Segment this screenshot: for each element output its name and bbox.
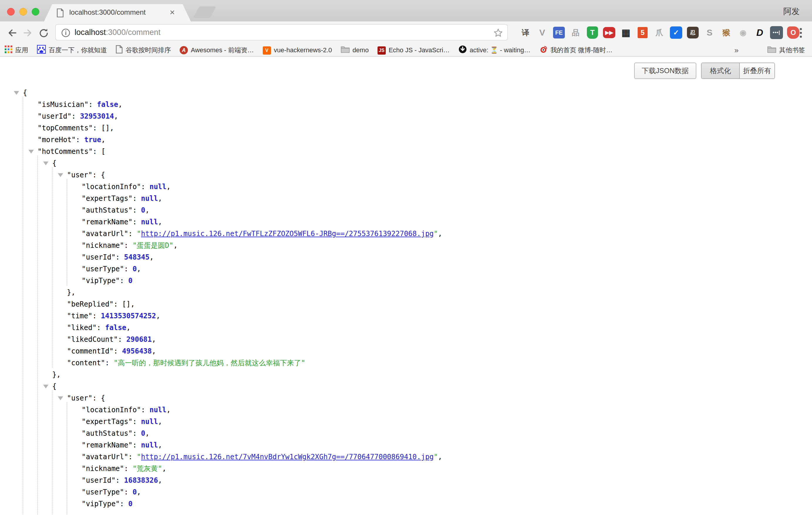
collapse-arrow[interactable] bbox=[43, 162, 49, 165]
bookmark-item[interactable]: 应用 bbox=[5, 46, 28, 55]
json-punctuation: { bbox=[52, 159, 56, 167]
tab-title: localhost:3000/comment bbox=[69, 8, 146, 17]
bookmark-label: 应用 bbox=[15, 46, 28, 55]
json-value: null bbox=[149, 406, 167, 414]
bookmark-label: 我的首页 微博-随时… bbox=[550, 46, 612, 55]
extension-translate-icon[interactable]: 译 bbox=[519, 26, 532, 39]
bookmarks-overflow-chevron[interactable]: » bbox=[734, 46, 738, 55]
collapse-arrow[interactable] bbox=[58, 173, 63, 177]
extension-sitemap-icon[interactable]: 品 bbox=[569, 26, 582, 39]
json-key: "liked" bbox=[67, 323, 96, 332]
maximize-window-button[interactable] bbox=[32, 8, 39, 16]
json-punctuation: : [ bbox=[93, 147, 106, 155]
bookmark-item[interactable]: 谷歌按时间排序 bbox=[116, 45, 171, 55]
traffic-lights bbox=[7, 8, 39, 16]
json-punctuation: , bbox=[126, 323, 130, 332]
forward-button[interactable] bbox=[22, 28, 33, 39]
other-bookmarks-label: 其他书签 bbox=[779, 46, 805, 55]
json-key: "userId" bbox=[37, 112, 71, 120]
collapse-arrow[interactable] bbox=[28, 150, 34, 153]
json-value: 0 bbox=[128, 277, 133, 285]
new-tab-button[interactable] bbox=[193, 6, 216, 18]
extension-vue-devtools-icon[interactable]: V bbox=[536, 26, 549, 39]
extension-monkey-icon[interactable]: 猴 bbox=[720, 26, 733, 39]
bookmark-item[interactable]: JSEcho JS - JavaScri… bbox=[378, 46, 450, 55]
json-line: "hotComments": [ bbox=[0, 146, 812, 158]
json-key: "authStatus" bbox=[82, 429, 133, 437]
bookmark-item[interactable]: Vvue-hackernews-2.0 bbox=[263, 46, 332, 55]
tab-close-icon[interactable]: × bbox=[170, 7, 175, 17]
json-string: " bbox=[137, 230, 141, 238]
json-punctuation: : bbox=[105, 359, 114, 367]
json-line: "authStatus": 0, bbox=[0, 204, 812, 216]
collapse-arrow[interactable] bbox=[14, 91, 19, 95]
collapse-arrow[interactable] bbox=[58, 396, 63, 400]
bookmark-star-icon[interactable] bbox=[493, 28, 503, 39]
json-punctuation: { bbox=[23, 89, 27, 97]
json-key: "locationInfo" bbox=[82, 406, 141, 414]
extension-todo-check-icon[interactable]: ✓ bbox=[670, 26, 683, 39]
info-icon[interactable] bbox=[61, 28, 70, 39]
collapse-all-button[interactable]: 折叠所有 bbox=[740, 63, 775, 78]
json-punctuation: , bbox=[114, 112, 118, 120]
bookmark-item[interactable]: demo bbox=[341, 46, 369, 55]
menu-icon[interactable] bbox=[795, 27, 806, 40]
address-bar[interactable]: localhost:3000/comment bbox=[55, 24, 508, 40]
json-line: "vipType": 0 bbox=[0, 498, 812, 510]
avatar-url-link[interactable]: http://p1.music.126.net/7vM4nvBdrYw1cWgk… bbox=[141, 453, 434, 461]
bookmark-item[interactable]: AAwesomes - 前端资… bbox=[180, 46, 254, 55]
extension-weibo-gray-icon[interactable]: ◉ bbox=[736, 26, 750, 39]
page-favicon-icon bbox=[56, 8, 64, 19]
extension-fast-forward-icon[interactable]: ▶▶ bbox=[603, 26, 616, 39]
browser-tab[interactable]: localhost:3000/comment × bbox=[44, 4, 191, 22]
extension-t-shield-icon[interactable]: T bbox=[586, 26, 599, 39]
json-line: "userType": 0, bbox=[0, 263, 812, 275]
download-json-button[interactable]: 下载JSON数据 bbox=[634, 62, 696, 79]
json-tree: {"isMusician": false,"userId": 32953014,… bbox=[0, 87, 812, 515]
json-key: "topComments" bbox=[37, 124, 93, 132]
json-punctuation: : bbox=[120, 277, 128, 285]
profile-name[interactable]: 阿发 bbox=[783, 6, 800, 17]
json-value: 4956438 bbox=[122, 347, 152, 355]
json-punctuation: : bbox=[133, 441, 141, 449]
bookmark-item[interactable]: 百度一下，你就知道 bbox=[37, 45, 107, 56]
reload-button[interactable] bbox=[38, 28, 49, 40]
extension-icons: 译VFE品T▶▶▦5爪✓忍S猴◉D•••|O bbox=[519, 26, 800, 39]
json-punctuation: : [], bbox=[114, 300, 135, 308]
json-key: "authStatus" bbox=[82, 206, 133, 214]
extension-d-tool-icon[interactable]: D bbox=[753, 26, 766, 39]
json-string: "荒灰黄" bbox=[133, 464, 162, 473]
json-punctuation: , bbox=[149, 253, 153, 261]
avatar-url-link[interactable]: http://p1.music.126.net/FwTFLzZFZOZO5WFL… bbox=[141, 230, 434, 238]
extension-paw-icon[interactable]: 爪 bbox=[653, 26, 666, 39]
json-line: "avatarUrl": "http://p1.music.126.net/Fw… bbox=[0, 228, 812, 239]
bookmark-item[interactable]: 我的首页 微博-随时… bbox=[539, 45, 612, 55]
collapse-arrow[interactable] bbox=[43, 384, 49, 389]
json-line: "likedCount": 290681, bbox=[0, 334, 812, 345]
browser-toolbar: localhost:3000/comment 译VFE品T▶▶▦5爪✓忍S猴◉D… bbox=[0, 22, 812, 44]
json-line: "vipType": 0 bbox=[0, 275, 812, 287]
extension-fe-icon[interactable]: FE bbox=[552, 26, 566, 39]
close-window-button[interactable] bbox=[7, 8, 15, 16]
extension-html5-player-icon[interactable]: 5 bbox=[636, 26, 649, 39]
json-string: " bbox=[434, 453, 438, 461]
extension-ninja-icon[interactable]: 忍 bbox=[686, 26, 699, 39]
extension-qr-code-icon[interactable]: ▦ bbox=[619, 26, 632, 39]
json-line: "expertTags": null, bbox=[0, 193, 812, 204]
json-punctuation: , bbox=[167, 183, 171, 191]
bookmark-item[interactable]: active: ⏳ - waiting… bbox=[459, 45, 530, 55]
json-key: "locationInfo" bbox=[82, 183, 141, 191]
json-value: null bbox=[141, 441, 158, 449]
back-button[interactable] bbox=[7, 28, 18, 39]
extension-s-tool-icon[interactable]: S bbox=[703, 26, 716, 39]
baidu-icon bbox=[37, 45, 46, 56]
json-punctuation: }, bbox=[52, 371, 61, 379]
other-bookmarks[interactable]: 其他书签 bbox=[767, 46, 805, 55]
json-punctuation: : bbox=[141, 183, 149, 191]
json-line: "content": "高一听的，那时候遇到了孩儿他妈，然后就这么幸福下来了" bbox=[0, 357, 812, 369]
extension-password-dots-icon[interactable]: •••| bbox=[770, 26, 783, 39]
bookmark-label: Awesomes - 前端资… bbox=[191, 46, 254, 55]
minimize-window-button[interactable] bbox=[19, 8, 27, 16]
json-punctuation: : bbox=[133, 206, 141, 214]
format-button[interactable]: 格式化 bbox=[702, 63, 740, 78]
